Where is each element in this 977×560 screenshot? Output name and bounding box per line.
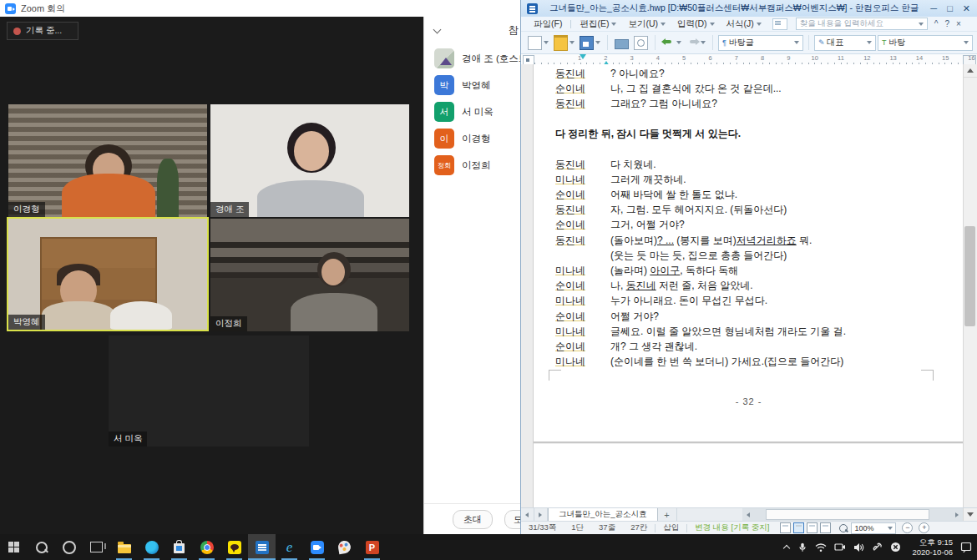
minimize-button[interactable]: ─	[930, 3, 937, 14]
video-tile-5-camera-off[interactable]: 서 미옥	[109, 335, 309, 446]
new-tab-button[interactable]: +	[658, 508, 677, 521]
participant-row[interactable]: 서 서 미옥	[424, 98, 521, 125]
microphone-icon[interactable]	[797, 542, 807, 553]
view-mode-button[interactable]	[780, 522, 791, 533]
taskbar-icon-internet-explorer[interactable]: e	[276, 534, 303, 560]
vertical-scrollbar[interactable]	[963, 64, 977, 507]
camera-icon[interactable]	[834, 542, 846, 552]
taskbar-icon-start[interactable]	[0, 534, 28, 560]
view-mode-button[interactable]	[807, 522, 818, 533]
video-tile-3-active-speaker[interactable]: 박영혜	[7, 217, 209, 331]
menu-format[interactable]: 서식(J)	[721, 18, 767, 30]
tab-scroll-right-button[interactable]	[534, 508, 548, 521]
ruler-number: 5	[679, 54, 689, 62]
volume-icon[interactable]	[853, 542, 864, 552]
cortana-icon	[63, 541, 76, 554]
menu-edit[interactable]: 편집(E)	[574, 18, 622, 30]
hwp-window-title: 그녀들만_아는_공소시효.hwp [D:₩50플러스센터₩서부캠퍼스₩어벤지스₩…	[538, 3, 930, 14]
silhouette	[42, 301, 115, 330]
status-insert-mode[interactable]: 삽입	[656, 522, 686, 533]
video-tile-4[interactable]: 이정희	[210, 219, 409, 331]
preview-button[interactable]	[632, 36, 650, 50]
video-tile-2[interactable]: 경애 조	[210, 104, 409, 217]
search-placeholder: 찾을 내용을 입력하세요	[800, 18, 883, 29]
system-tray: 오후 9:15 2020-10-06	[783, 534, 977, 560]
document-page[interactable]: 동진네? 아니에요?순이네나, 그 집 결혼식에 갔다 온 것 같은데...동진…	[534, 64, 964, 507]
participant-row[interactable]: 박 박영혜	[424, 72, 521, 98]
taskbar-icon-edge[interactable]	[138, 534, 165, 560]
menu-input[interactable]: 입력(D)	[671, 18, 721, 30]
redo-button[interactable]	[685, 37, 707, 49]
clock[interactable]: 오후 9:15 2020-10-06	[912, 537, 953, 557]
zoom-titlebar[interactable]: Zoom 회의	[0, 0, 520, 17]
tab-scroll-left-button[interactable]	[521, 508, 534, 521]
participant-row[interactable]: 정희 이정희	[424, 152, 521, 179]
view-mode-button[interactable]	[820, 522, 831, 533]
speaker-name: 순이네	[555, 218, 599, 232]
paragraph-style-dropdown[interactable]: ¶ 바탕글	[718, 35, 803, 51]
theme-dropdown[interactable]: ✎ 대표	[814, 35, 876, 51]
open-button[interactable]	[552, 35, 576, 51]
taskbar-icon-cortana[interactable]	[55, 534, 83, 560]
menu-file[interactable]: 파일(F)	[528, 18, 568, 30]
print-button[interactable]	[613, 37, 630, 49]
taskbar-icon-hwp[interactable]	[248, 534, 276, 560]
hwp-menubar: 파일(F) 편집(E) 보기(U) 입력(D) 서식(J) 찾을 내용을 입력하…	[521, 17, 977, 32]
scrollbar-thumb[interactable]	[766, 509, 929, 520]
dialogue-line: 순이네개? 그 생각 괜찮네.	[534, 339, 964, 354]
font-dropdown[interactable]: T 바탕	[878, 35, 973, 51]
hwp-titlebar[interactable]: 그녀들만_아는_공소시효.hwp [D:₩50플러스센터₩서부캠퍼스₩어벤지스₩…	[521, 0, 977, 17]
toolbar-options-button[interactable]	[772, 18, 787, 30]
horizontal-scrollbar[interactable]	[754, 508, 951, 521]
silhouette	[62, 174, 155, 217]
invite-button[interactable]: 초대	[453, 510, 493, 529]
participant-row[interactable]: 이 이경형	[424, 125, 521, 152]
speaker-name: 동진네	[555, 203, 599, 217]
link-icon[interactable]	[872, 542, 883, 552]
magnifier-icon[interactable]	[839, 524, 848, 532]
hidden-icons-chevron[interactable]	[783, 544, 790, 551]
status-track-changes[interactable]: 변경 내용 [기록 중지]	[687, 522, 777, 533]
hscroll-left-button[interactable]	[742, 508, 754, 521]
taskbar-icon-file-explorer[interactable]	[110, 534, 138, 560]
chevron-down-icon[interactable]	[434, 27, 441, 33]
recording-badge[interactable]: 기록 중...	[7, 22, 78, 40]
taskbar-icon-search[interactable]	[28, 534, 55, 560]
notification-center-icon[interactable]	[960, 542, 972, 552]
document-tab[interactable]: 그녀들만_아는_공소시효	[548, 508, 658, 521]
speaker-name: 동진네	[555, 234, 599, 248]
mute-all-button[interactable]: 모	[504, 510, 521, 529]
taskbar-icon-chrome[interactable]	[193, 534, 220, 560]
dialogue-line: 미나네(순이네를 한 번 쓱 보더니) 가세요.(집으로 들어간다)	[534, 355, 964, 370]
search-input[interactable]: 찾을 내용을 입력하세요	[796, 18, 928, 30]
dialogue-text: 그래요? 그럼 아니네요?	[610, 97, 717, 111]
scroll-down-button[interactable]	[963, 508, 977, 521]
maximize-button[interactable]: □	[947, 3, 953, 14]
zoom-level-dropdown[interactable]: 100%	[851, 522, 896, 534]
taskbar-icon-task-view[interactable]	[83, 534, 110, 560]
menu-view[interactable]: 보기(U)	[622, 18, 671, 30]
taskbar-icon-powerpoint[interactable]: P	[358, 534, 386, 560]
scrollbar-thumb[interactable]	[964, 226, 975, 326]
zoom-out-button[interactable]: −	[902, 522, 913, 533]
disconnect-icon[interactable]	[890, 542, 901, 552]
hscroll-right-button[interactable]	[951, 508, 963, 521]
new-document-button[interactable]	[526, 36, 550, 50]
taskbar-icon-store[interactable]	[165, 534, 193, 560]
undo-button[interactable]	[661, 37, 683, 49]
taskbar-icon-paint-3d[interactable]	[331, 534, 358, 560]
save-button[interactable]	[578, 36, 602, 50]
zoom-in-button[interactable]: +	[919, 522, 929, 533]
close-button[interactable]: ✕	[963, 3, 970, 14]
wifi-icon[interactable]	[815, 542, 827, 552]
participant-row[interactable]: 경애 조 (호스트,	[424, 45, 521, 72]
video-tile-1[interactable]: 이경형	[8, 104, 207, 217]
view-mode-button-active[interactable]	[793, 522, 804, 533]
taskbar-icon-zoom[interactable]	[303, 534, 331, 560]
ribbon-close-button[interactable]: ×	[956, 19, 961, 28]
scroll-up-button[interactable]	[964, 64, 977, 78]
help-button[interactable]: ?	[945, 19, 950, 28]
hwp-toolbar: ¶ 바탕글 ✎ 대표 T 바탕	[521, 32, 977, 54]
ribbon-collapse-button[interactable]: ^	[934, 19, 939, 28]
taskbar-icon-kakaotalk[interactable]	[220, 534, 248, 560]
